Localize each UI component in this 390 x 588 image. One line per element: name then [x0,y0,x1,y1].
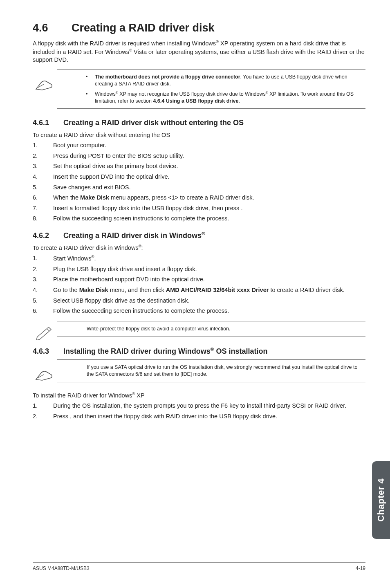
step-item: Follow the succeeding screen instruction… [33,307,365,315]
step-item: During the OS installation, the system p… [33,402,365,410]
subsection-number: 4.6.3 [33,346,63,356]
subsection-number: 4.6.1 [33,118,63,128]
info-note-block: The motherboard does not provide a flopp… [57,69,365,109]
subsection-heading: 4.6.2Creating a RAID driver disk in Wind… [33,230,365,240]
step-item: When the Make Disk menu appears, press <… [33,194,365,202]
step-item: Save changes and exit BIOS. [33,184,365,192]
steps-list-463: During the OS installation, the system p… [33,402,365,420]
step-item: Start Windows®. [33,254,365,263]
subsection-number: 4.6.2 [33,231,63,240]
hand-note-icon [35,366,55,382]
info-note-list: The motherboard does not provide a flopp… [86,74,362,105]
hand-note-icon [35,75,55,92]
step-item: Place the motherboard support DVD into t… [33,276,365,284]
pencil-icon [35,324,55,340]
steps-list-461: Boot your computer.Press during POST to … [33,141,365,223]
lead-paragraph: To install the RAID driver for Windows® … [33,391,365,399]
subsection-heading: 4.6.1Creating a RAID driver disk without… [33,118,365,128]
chapter-tab: Chapter 4 [372,461,390,539]
step-item: Go to the Make Disk menu, and then click… [33,286,365,294]
step-item: Set the optical drive as the primary boo… [33,162,365,171]
pencil-note-text: Write-protect the floppy disk to avoid a… [86,325,362,332]
step-item: Press during POST to enter the BIOS setu… [33,152,365,160]
step-item: Press , and then insert the floppy disk … [33,413,365,421]
step-item: Follow the succeeding screen instruction… [33,215,365,223]
chapter-tab-label: Chapter 4 [375,478,387,522]
info-note-text: If you use a SATA optical drive to run t… [86,364,362,378]
info-note-item: Windows® XP may not recognize the USB fl… [86,91,362,105]
footer-page-number: 4-19 [356,565,365,572]
subsection-title: Creating a RAID driver disk in Windows® [63,231,205,240]
subsection-title: Installing the RAID driver during Window… [63,347,268,355]
intro-paragraph: A floppy disk with the RAID driver is re… [33,39,365,64]
lead-paragraph: To create a RAID driver disk in Windows®… [33,244,365,252]
step-item: Select USB floppy disk drive as the dest… [33,297,365,305]
info-note-block: If you use a SATA optical drive to run t… [57,359,365,382]
section-number: 4.6 [33,20,72,35]
lead-paragraph: To create a RAID driver disk without ent… [33,131,365,139]
step-item: Insert the support DVD into the optical … [33,173,365,181]
step-item: Insert a formatted floppy disk into the … [33,204,365,213]
pencil-note-block: Write-protect the floppy disk to avoid a… [57,321,365,337]
footer-model: ASUS M4A88TD-M/USB3 [33,565,90,572]
page-footer: ASUS M4A88TD-M/USB3 4-19 [33,562,365,572]
info-note-item: The motherboard does not provide a flopp… [86,74,362,88]
section-title: 4.6Creating a RAID driver disk [33,20,365,35]
step-item: Boot your computer. [33,141,365,150]
subsection-title: Creating a RAID driver disk without ente… [63,119,244,127]
section-title-text: Creating a RAID driver disk [72,22,215,34]
steps-list-462: Start Windows®.Plug the USB floppy disk … [33,254,365,315]
subsection-heading: 4.6.3Installing the RAID driver during W… [33,346,365,356]
step-item: Plug the USB floppy disk drive and inser… [33,265,365,274]
